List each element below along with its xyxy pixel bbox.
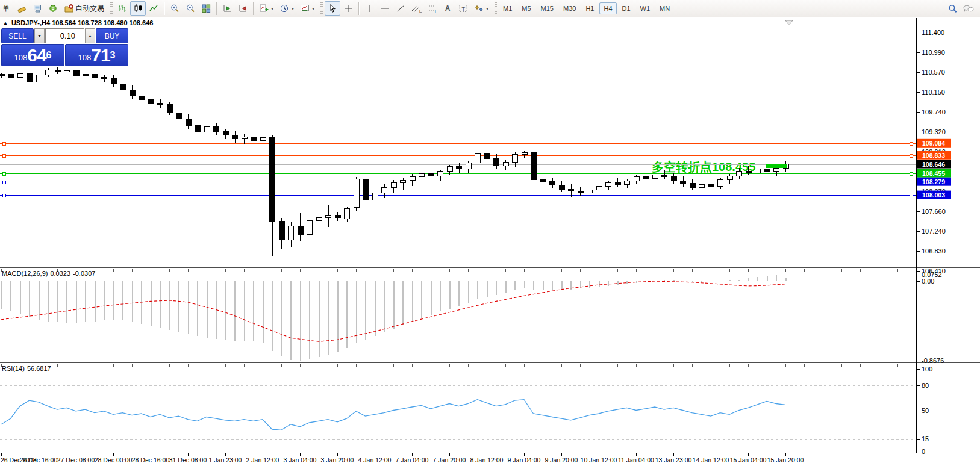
trendline-button[interactable] <box>393 1 408 16</box>
timeframe-m5-button[interactable]: M5 <box>517 2 535 14</box>
macd-name: MACD(12,26,9) <box>2 270 48 277</box>
zoom-in-button[interactable] <box>167 1 183 16</box>
buy-price-big: 71 <box>91 46 110 64</box>
signal-icon <box>48 4 58 13</box>
svg-text:9 Jan 20:00: 9 Jan 20:00 <box>545 456 578 464</box>
chart-canvas[interactable]: 111.400110.990110.570110.150109.740109.3… <box>0 0 980 466</box>
svg-text:109.084: 109.084 <box>922 140 945 147</box>
signals-button[interactable] <box>45 1 61 16</box>
sell-price-sup: 6 <box>46 45 52 66</box>
svg-text:8 Jan 12:00: 8 Jan 12:00 <box>470 456 504 464</box>
svg-text:15 Jan 20:00: 15 Jan 20:00 <box>767 456 804 464</box>
svg-text:31 Dec 08:00: 31 Dec 08:00 <box>169 456 207 464</box>
svg-text:7 Jan 20:00: 7 Jan 20:00 <box>433 456 466 464</box>
new-order-label: 单 <box>2 4 10 14</box>
svg-text:27 Dec 08:00: 27 Dec 08:00 <box>57 456 95 464</box>
timeframe-group: M1M5M15M30H1H4D1W1MN <box>499 2 674 14</box>
search-button[interactable] <box>945 1 961 16</box>
svg-text:108.070: 108.070 <box>922 188 946 195</box>
bar-chart-icon <box>117 4 128 13</box>
horizontal-line-button[interactable] <box>377 1 393 16</box>
sell-price-small: 108 <box>14 51 28 64</box>
crosshair-button[interactable] <box>340 1 356 16</box>
volume-up-button[interactable]: ▲ <box>85 28 95 43</box>
arrows-button[interactable]: ▾ <box>471 1 492 16</box>
rsi-value: 56.6817 <box>27 365 51 372</box>
svg-text:2 Jan 12:00: 2 Jan 12:00 <box>246 456 279 464</box>
templates-button[interactable]: ▾ <box>297 1 317 16</box>
vertical-line-icon <box>364 4 375 13</box>
equidistant-channel-button[interactable]: E <box>408 1 424 16</box>
svg-text:106.410: 106.410 <box>922 267 946 275</box>
new-order-button[interactable]: 单 <box>0 1 14 16</box>
text-label-icon: T <box>458 4 469 13</box>
svg-text:108.910: 108.910 <box>922 148 946 155</box>
toolbar-grip[interactable] <box>110 2 113 14</box>
chart-title: ▲ USDJPY-,H4 108.564 108.728 108.480 108… <box>3 19 153 26</box>
line-chart-icon <box>149 4 159 13</box>
sell-price-display[interactable]: 108646 <box>1 44 64 66</box>
svg-text:110.990: 110.990 <box>922 49 945 56</box>
candlestick-chart-button[interactable] <box>130 1 146 16</box>
rsi-name: RSI(14) <box>2 365 25 372</box>
cursor-button[interactable] <box>325 1 340 16</box>
svg-text:111.400: 111.400 <box>922 29 944 36</box>
styler-button[interactable] <box>14 1 30 16</box>
indicators-button[interactable]: ▾ <box>256 1 276 16</box>
auto-trading-icon <box>64 4 74 13</box>
computer-icon <box>33 4 43 13</box>
sell-price-big: 64 <box>27 46 46 64</box>
timeframe-d1-button[interactable]: D1 <box>618 2 635 14</box>
svg-text:14 Jan 12:00: 14 Jan 12:00 <box>693 456 729 464</box>
svg-text:7 Jan 04:00: 7 Jan 04:00 <box>396 456 429 464</box>
zoom-out-icon <box>186 4 196 13</box>
triangle-up-icon: ▲ <box>88 34 92 38</box>
svg-text:4 Jan 12:00: 4 Jan 12:00 <box>358 456 392 464</box>
toolbar-grip[interactable] <box>320 2 323 14</box>
periods-button[interactable]: ▾ <box>276 1 297 16</box>
timeframe-m15-button[interactable]: M15 <box>537 2 558 14</box>
auto-scroll-button[interactable] <box>219 1 235 16</box>
svg-text:T: T <box>461 6 465 12</box>
timeframe-h1-button[interactable]: H1 <box>581 2 598 14</box>
svg-text:9 Jan 04:00: 9 Jan 04:00 <box>508 456 541 464</box>
sell-button[interactable]: SELL <box>1 28 34 43</box>
svg-text:28 Dec 00:00: 28 Dec 00:00 <box>95 456 133 464</box>
zoom-out-button[interactable] <box>183 1 198 16</box>
timeframe-m1-button[interactable]: M1 <box>499 2 516 14</box>
annotation-text[interactable]: 多空转折点108.455 <box>652 159 755 175</box>
collapse-icon[interactable]: ▲ <box>3 20 8 26</box>
vertical-line-button[interactable] <box>361 1 377 16</box>
auto-trading-button[interactable]: 自动交易 <box>61 1 107 16</box>
svg-text:0.0752: 0.0752 <box>922 271 942 278</box>
fibonacci-button[interactable]: F <box>424 1 440 16</box>
tile-windows-button[interactable] <box>198 1 214 16</box>
toolbar-separator <box>164 2 164 15</box>
svg-text:0: 0 <box>922 448 925 455</box>
macd-main-value: 0.0323 <box>50 270 70 277</box>
line-chart-button[interactable] <box>146 1 161 16</box>
chat-icon <box>963 4 975 14</box>
svg-text:108.279: 108.279 <box>922 178 945 185</box>
text-label-button[interactable]: T <box>455 1 471 16</box>
volume-down-button[interactable]: ▼ <box>34 28 45 43</box>
search-icon <box>947 4 958 14</box>
buy-price-display[interactable]: 108713 <box>65 44 128 66</box>
svg-text:0.00: 0.00 <box>922 278 934 285</box>
svg-text:107.660: 107.660 <box>922 208 946 215</box>
timeframe-w1-button[interactable]: W1 <box>636 2 655 14</box>
toolbar-grip[interactable] <box>495 2 497 14</box>
timeframe-mn-button[interactable]: MN <box>655 2 674 14</box>
fibonacci-icon: F <box>426 4 438 13</box>
volume-input[interactable]: 0.10 <box>45 28 84 43</box>
timeframe-m30-button[interactable]: M30 <box>559 2 580 14</box>
timeframe-h4-button[interactable]: H4 <box>599 2 616 14</box>
buy-button[interactable]: BUY <box>96 28 128 43</box>
text-tool-button[interactable]: A <box>440 1 455 16</box>
svg-text:-0.8676: -0.8676 <box>922 357 944 364</box>
chat-button[interactable] <box>961 1 976 16</box>
mt4-window: 单 自动交易 <box>0 0 980 466</box>
bar-chart-button[interactable] <box>114 1 130 16</box>
experts-button[interactable] <box>30 1 45 16</box>
chart-shift-button[interactable] <box>235 1 251 16</box>
